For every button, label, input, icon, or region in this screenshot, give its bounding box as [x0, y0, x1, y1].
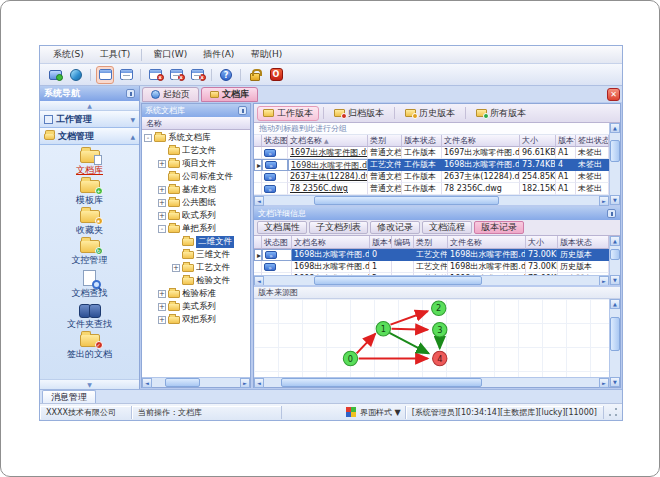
expand-icon[interactable]: +: [158, 160, 166, 168]
table-row-selected[interactable]: ▸» 1698出水嘴零件图.dwg工艺文件 工作版本1698出水嘴零件图.dwg…: [254, 159, 609, 171]
sidebar-section-doc[interactable]: 文档管理▲: [40, 128, 139, 145]
archived-version-button[interactable]: 归档版本: [328, 106, 390, 121]
expand-icon[interactable]: +: [158, 212, 166, 220]
network-button[interactable]: [67, 66, 85, 84]
tab-doc-properties[interactable]: 文档属性: [257, 221, 307, 234]
resize-grip[interactable]: [608, 407, 618, 417]
col-version[interactable]: 版本号: [556, 135, 576, 147]
col-version-state[interactable]: 版本状态: [558, 236, 609, 249]
sidebar-item-doc-control[interactable]: ↻ 文控管理: [44, 239, 136, 268]
menu-help[interactable]: 帮助(H): [243, 47, 289, 62]
tree-node[interactable]: -系统文档库: [142, 131, 250, 144]
close-group-button[interactable]: x: [167, 66, 185, 84]
exit-button[interactable]: O: [267, 66, 285, 84]
version-horizontal-scrollbar[interactable]: ◄►: [254, 275, 609, 285]
graph-node-4[interactable]: 4: [433, 351, 447, 365]
version-vertical-scrollbar[interactable]: ▲▼: [609, 236, 620, 285]
tree-node[interactable]: +工艺文件: [142, 261, 250, 274]
col-doc-name[interactable]: 文档名称: [292, 236, 370, 249]
tab-start-page[interactable]: 起始页: [142, 87, 199, 102]
history-version-button[interactable]: 历史版本: [399, 106, 461, 121]
expand-icon[interactable]: +: [158, 316, 166, 324]
sidebar-item-checked-out[interactable]: ✓ 签出的文档: [44, 333, 136, 362]
graph-canvas[interactable]: 0 1 2 3 4: [254, 299, 609, 377]
tree-node[interactable]: 工艺文件: [142, 144, 250, 157]
menu-tools[interactable]: 工具(T): [93, 47, 138, 62]
tab-version-record[interactable]: 版本记录: [474, 221, 524, 234]
tree-node[interactable]: +双把系列: [142, 313, 250, 326]
graph-vertical-scrollbar[interactable]: ▲▼: [609, 299, 620, 387]
sidebar-scroll-down[interactable]: ▼: [40, 379, 139, 389]
lock-button[interactable]: [246, 66, 264, 84]
graph-node-0[interactable]: 0: [343, 351, 357, 365]
tab-message-management[interactable]: 消息管理: [42, 390, 96, 403]
graph-node-2[interactable]: 2: [432, 301, 446, 315]
col-status-icon[interactable]: 状态图: [262, 236, 292, 249]
col-file-name[interactable]: 文件名称: [442, 135, 520, 147]
pin-icon[interactable]: [238, 106, 247, 115]
tree-node[interactable]: +检验标准: [142, 287, 250, 300]
tree-node-selected[interactable]: 二维文件: [142, 235, 250, 248]
close-tab-button[interactable]: ✕: [607, 88, 620, 101]
collapse-icon[interactable]: -: [158, 225, 166, 233]
version-row[interactable]: » 1698出水嘴零件图.dwg1 工艺文件 1698出水嘴零件图.dwg73.…: [254, 261, 609, 273]
work-version-button[interactable]: 工作版本: [257, 106, 319, 121]
sidebar-item-doc-search[interactable]: 文档查找: [44, 269, 136, 301]
table-row[interactable]: » 2637主体(12284).dwg普通文档 工作版本2637主体(12284…: [254, 171, 609, 183]
version-row-selected[interactable]: ▸» 1698出水嘴零件图.dwg0 工艺文件 1698出水嘴零件图.dwg73…: [254, 249, 609, 261]
col-checkout[interactable]: 签出状态: [576, 135, 609, 147]
tab-subdoc-list[interactable]: 子文档列表: [309, 221, 368, 234]
tab-modify-record[interactable]: 修改记录: [370, 221, 420, 234]
tree-column-header[interactable]: 名称: [142, 117, 250, 130]
pin-icon[interactable]: [607, 209, 616, 218]
col-version-state[interactable]: 版本状态: [402, 135, 442, 147]
sidebar-item-folder-search[interactable]: 文件夹查找: [44, 302, 136, 332]
table-horizontal-scrollbar[interactable]: ◄►: [254, 195, 609, 205]
window-button[interactable]: [96, 66, 114, 84]
desktop-button[interactable]: [46, 66, 64, 84]
close-all-button[interactable]: x: [188, 66, 206, 84]
tree-node[interactable]: -单把系列: [142, 222, 250, 235]
col-size[interactable]: 大小: [520, 135, 556, 147]
all-version-button[interactable]: 所有版本: [470, 106, 532, 121]
sidebar-item-doc-library[interactable]: 文档库: [44, 149, 136, 178]
col-category[interactable]: 类别: [368, 135, 402, 147]
col-code[interactable]: 编码: [392, 236, 414, 249]
tree-node[interactable]: 三维文件: [142, 248, 250, 261]
tree-node[interactable]: +美式系列: [142, 300, 250, 313]
tree-horizontal-scrollbar[interactable]: ◄►: [142, 377, 250, 387]
tree-node[interactable]: 公司标准文件: [142, 170, 250, 183]
sidebar-item-template-library[interactable]: + 模板库: [44, 179, 136, 208]
col-version[interactable]: 版本号: [370, 236, 392, 249]
table-vertical-scrollbar[interactable]: ▲▼: [609, 123, 620, 205]
col-category[interactable]: 类别: [414, 236, 448, 249]
tree-node[interactable]: +公共图纸: [142, 196, 250, 209]
col-size[interactable]: 大小: [526, 236, 558, 249]
graph-horizontal-scrollbar[interactable]: ◄►: [254, 377, 609, 387]
expand-icon[interactable]: +: [158, 290, 166, 298]
sidebar-section-work[interactable]: 工作管理▼: [40, 111, 139, 128]
col-status-icon[interactable]: 状态图: [262, 135, 288, 147]
menu-plugin[interactable]: 插件(A): [196, 47, 241, 62]
col-file-name[interactable]: 文件名称: [448, 236, 526, 249]
window-list-button[interactable]: [117, 66, 135, 84]
graph-node-1[interactable]: 1: [376, 322, 390, 336]
sidebar-scroll-up[interactable]: ▲: [40, 101, 139, 111]
expand-icon[interactable]: +: [158, 303, 166, 311]
sidebar-item-favorites[interactable]: ★ 收藏夹: [44, 209, 136, 238]
style-selector[interactable]: 界面样式 ▼: [360, 407, 401, 418]
collapse-icon[interactable]: -: [144, 134, 152, 142]
table-row[interactable]: » 1697出水嘴零件图.dwg普通文档 工作版本1697出水嘴零件图.dwg …: [254, 147, 609, 159]
table-row[interactable]: » 78 2356C.dwg普通文档 工作版本78 2356C.dwg 182.…: [254, 183, 609, 195]
help-button[interactable]: ?: [217, 66, 235, 84]
tab-doc-flow[interactable]: 文档流程: [422, 221, 472, 234]
expand-icon[interactable]: +: [158, 186, 166, 194]
tree-node[interactable]: +基准文档: [142, 183, 250, 196]
menu-system[interactable]: 系统(S): [46, 47, 91, 62]
menu-window[interactable]: 窗口(W): [146, 47, 194, 62]
expand-icon[interactable]: +: [172, 264, 180, 272]
expand-icon[interactable]: +: [158, 199, 166, 207]
tab-doc-library[interactable]: 文档库: [201, 87, 258, 102]
tree-node[interactable]: +项目文件: [142, 157, 250, 170]
tree-node[interactable]: +欧式系列: [142, 209, 250, 222]
